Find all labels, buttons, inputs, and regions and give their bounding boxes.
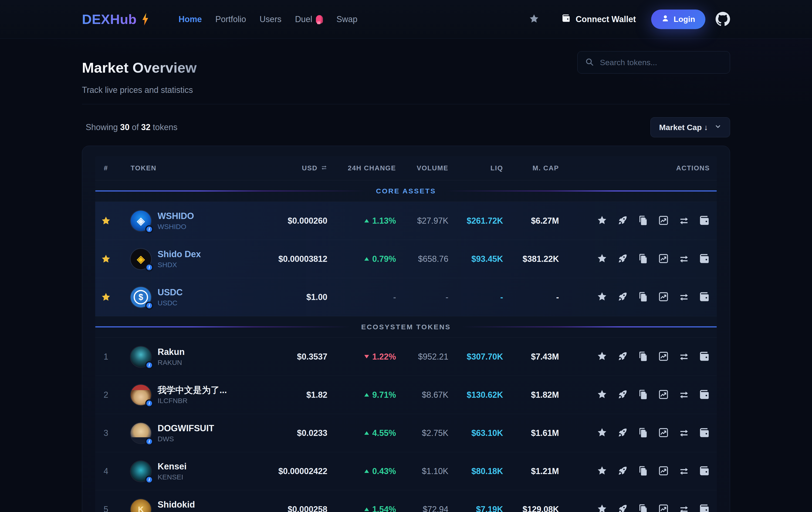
favorite-star[interactable]	[95, 254, 117, 264]
token-row-dws[interactable]: 3iDOGWIFSUITDWS$0.02334.55%$2.75K$63.10K…	[95, 414, 717, 452]
favorite-star[interactable]	[95, 216, 117, 226]
copy-address-button[interactable]	[638, 291, 648, 303]
token-logo-kiddo: Ki	[130, 499, 151, 512]
chart-button[interactable]	[658, 291, 669, 303]
token-row-rakun[interactable]: 1iRakunRAKUN$0.35371.22%$952.21$307.70K$…	[95, 338, 717, 376]
login-button[interactable]: Login	[651, 9, 705, 29]
boost-button[interactable]	[617, 427, 628, 439]
boost-button[interactable]	[617, 351, 628, 362]
favorite-toggle-button[interactable]	[597, 465, 607, 477]
favorite-toggle-button[interactable]	[597, 389, 607, 400]
swap-button[interactable]	[678, 427, 689, 439]
chart-icon	[658, 427, 669, 439]
favorite-toggle-button[interactable]	[597, 427, 607, 439]
wallet-button[interactable]	[699, 427, 710, 439]
main-nav: Home Portfolio Users Duel Swap	[179, 14, 357, 24]
copy-address-button[interactable]	[638, 351, 648, 362]
market-table: # TOKEN USD 24H CHANGE VOLUME LIQ M. CAP…	[95, 156, 717, 512]
nav-item-home[interactable]: Home	[179, 14, 202, 24]
swap-button[interactable]	[678, 215, 689, 227]
swap-button[interactable]	[678, 389, 689, 400]
wallet-button[interactable]	[699, 504, 710, 512]
token-liquidity: $80.18K	[448, 466, 503, 476]
section-divider-eco: ECOSYSTEM TOKENS	[95, 316, 717, 338]
wallet-button[interactable]	[699, 465, 710, 477]
token-text: KenseiKENSEI	[157, 461, 187, 481]
nav-item-portfolio[interactable]: Portfolio	[215, 14, 246, 24]
wallet-button[interactable]	[699, 389, 710, 400]
favorites-star-button[interactable]	[529, 13, 540, 25]
wallet-button[interactable]	[699, 215, 710, 227]
favorite-toggle-button[interactable]	[597, 253, 607, 265]
boost-button[interactable]	[617, 504, 628, 512]
boost-button[interactable]	[617, 215, 628, 227]
token-marketcap: $1.21M	[503, 466, 559, 476]
wallet-button[interactable]	[699, 253, 710, 265]
token-change: -	[327, 292, 396, 302]
chart-button[interactable]	[658, 465, 669, 477]
main-content: Market Overview Track live prices and st…	[0, 39, 812, 512]
swap-button[interactable]	[678, 291, 689, 303]
token-row-wshido[interactable]: ◈iWSHIDOWSHIDO$0.0002601.13%$27.97K$261.…	[95, 202, 717, 240]
swap-button[interactable]	[678, 253, 689, 265]
token-row-kensei[interactable]: 4iKenseiKENSEI$0.000024220.43%$1.10K$80.…	[95, 452, 717, 490]
favorite-toggle-button[interactable]	[597, 291, 607, 303]
favorite-toggle-button[interactable]	[597, 504, 607, 512]
token-name: 我学中文是为了...	[157, 385, 227, 395]
token-row-kiddo[interactable]: 5KiShidokidKIDDO$0.0002581.54%$72.94$7.1…	[95, 490, 717, 512]
change-value: 1.54%	[372, 505, 396, 512]
chart-button[interactable]	[658, 427, 669, 439]
token-row-shdx[interactable]: ◈iShido DexSHDX$0.000038120.79%$658.76$9…	[95, 240, 717, 278]
star-icon	[597, 504, 607, 512]
swap-icon	[678, 215, 689, 227]
copy-address-button[interactable]	[638, 427, 648, 439]
favorite-star[interactable]	[95, 292, 117, 302]
github-button[interactable]	[716, 12, 730, 27]
info-badge-icon: i	[145, 361, 153, 369]
wallet-button[interactable]	[699, 291, 710, 303]
section-label: ECOSYSTEM TOKENS	[361, 323, 451, 331]
nav-item-swap[interactable]: Swap	[337, 14, 357, 24]
swap-button[interactable]	[678, 465, 689, 477]
copy-address-button[interactable]	[638, 504, 648, 512]
star-icon	[597, 427, 607, 439]
token-logo-ilcfnbr: i	[130, 385, 151, 405]
favorite-toggle-button[interactable]	[597, 215, 607, 227]
boost-button[interactable]	[617, 291, 628, 303]
copy-address-button[interactable]	[638, 253, 648, 265]
copy-icon	[638, 351, 648, 362]
nav-item-users[interactable]: Users	[260, 14, 282, 24]
sort-select[interactable]: Market Cap ↓	[650, 117, 730, 137]
copy-address-button[interactable]	[638, 465, 648, 477]
boost-button[interactable]	[617, 465, 628, 477]
change-up-arrow-icon	[364, 508, 369, 511]
header-actions: ACTIONS	[559, 164, 717, 172]
chart-button[interactable]	[658, 215, 669, 227]
wallet-button[interactable]	[699, 351, 710, 362]
wallet-icon	[699, 504, 710, 512]
nav-item-duel[interactable]: Duel	[295, 14, 323, 24]
token-name: DOGWIFSUIT	[157, 423, 214, 433]
chart-icon	[658, 465, 669, 477]
chart-button[interactable]	[658, 253, 669, 265]
chart-button[interactable]	[658, 351, 669, 362]
swap-button[interactable]	[678, 351, 689, 362]
favorite-toggle-button[interactable]	[597, 351, 607, 362]
copy-address-button[interactable]	[638, 215, 648, 227]
rank-number: 2	[95, 390, 117, 400]
token-symbol: KIDDO	[157, 511, 195, 512]
copy-address-button[interactable]	[638, 389, 648, 400]
boost-button[interactable]	[617, 253, 628, 265]
header-usd[interactable]: USD	[251, 164, 327, 172]
token-change: 9.71%	[327, 390, 396, 400]
token-volume: $8.67K	[396, 390, 448, 400]
token-row-usdc[interactable]: $iUSDCUSDC$1.00----	[95, 278, 717, 316]
chart-button[interactable]	[658, 389, 669, 400]
connect-wallet-button[interactable]: Connect Wallet	[562, 14, 636, 25]
boost-button[interactable]	[617, 389, 628, 400]
chart-button[interactable]	[658, 504, 669, 512]
table-body: CORE ASSETS◈iWSHIDOWSHIDO$0.0002601.13%$…	[95, 180, 717, 512]
search-input[interactable]	[600, 58, 722, 67]
swap-button[interactable]	[678, 504, 689, 512]
token-row-ilcfnbr[interactable]: 2i我学中文是为了...ILCFNBR$1.829.71%$8.67K$130.…	[95, 376, 717, 414]
